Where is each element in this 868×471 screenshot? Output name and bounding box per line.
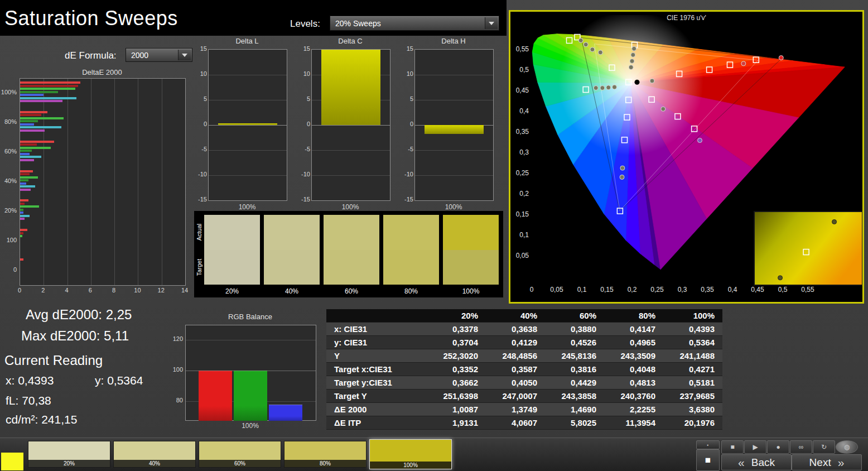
delta_l-chart-panel[interactable]: Delta L151050-5-10-15100% bbox=[198, 37, 290, 215]
svg-text:0,05: 0,05 bbox=[516, 252, 529, 259]
chevron-left-icon: « bbox=[738, 456, 745, 469]
cell-value: 0,3704 bbox=[427, 336, 486, 349]
x-tick-label: 2 bbox=[36, 287, 50, 294]
levels-dropdown[interactable]: 20% Sweeps bbox=[330, 16, 499, 31]
svg-text:0,55: 0,55 bbox=[801, 286, 814, 294]
table-header: 80% bbox=[604, 309, 663, 323]
record-button[interactable]: ● bbox=[767, 440, 789, 454]
cell-value: 20,1976 bbox=[663, 416, 722, 430]
next-button[interactable]: Next » bbox=[792, 454, 862, 470]
current-x: x: 0,4393 bbox=[6, 374, 54, 387]
chart-title: Delta C bbox=[311, 37, 389, 45]
target-swatch bbox=[324, 250, 379, 285]
actual-target-panel: Actual Target 20%40%60%80%100% bbox=[194, 211, 503, 297]
rgb-plot bbox=[185, 325, 316, 421]
sphere-button[interactable]: ◍ bbox=[836, 440, 858, 454]
back-label: Back bbox=[751, 456, 775, 469]
svg-text:0,3: 0,3 bbox=[519, 148, 529, 156]
grid-line bbox=[415, 75, 493, 75]
swatch-cell bbox=[324, 215, 379, 285]
play-button[interactable]: ▶ bbox=[744, 440, 766, 454]
svg-text:0,5: 0,5 bbox=[778, 286, 788, 294]
patch-20%[interactable]: 20% bbox=[28, 441, 110, 468]
stop-button[interactable]: ■ bbox=[721, 440, 744, 454]
row-label: x: CIE31 bbox=[326, 323, 427, 336]
patch-80%[interactable]: 80% bbox=[284, 441, 367, 468]
x-tick-label: 4 bbox=[60, 287, 74, 294]
row-label: ΔE 2000 bbox=[326, 403, 427, 416]
de-formula-label: dE Formula: bbox=[65, 50, 117, 61]
dropdown-arrow-button[interactable] bbox=[178, 50, 191, 60]
swatch-cell bbox=[443, 215, 499, 285]
de-formula-dropdown[interactable]: 2000 bbox=[126, 48, 192, 62]
back-button[interactable]: « Back bbox=[721, 454, 792, 470]
de-bar bbox=[20, 120, 38, 122]
y-tick-label: 15 bbox=[400, 45, 413, 52]
cell-value: 0,5364 bbox=[663, 336, 722, 349]
rgb-balance-panel[interactable]: RGB Balance12010080100% bbox=[167, 313, 318, 432]
current-y: y: 0,5364 bbox=[95, 374, 143, 387]
delta_l-plot bbox=[208, 49, 287, 201]
refresh-button[interactable]: ↻ bbox=[813, 440, 835, 454]
y-tick-label: 15 bbox=[297, 45, 310, 52]
panel-toggle-button[interactable]: ▪ bbox=[696, 440, 720, 449]
cell-value: 0,4050 bbox=[486, 376, 545, 390]
cell-value: 0,3352 bbox=[427, 363, 486, 376]
y-tick-label: -15 bbox=[297, 196, 310, 203]
deltae2000-chart-panel[interactable]: DeltaE 2000100%80%60%40%20%1000024681012… bbox=[0, 67, 194, 297]
actual-row-label: Actual bbox=[195, 215, 204, 249]
y-tick-label: 5 bbox=[194, 95, 207, 102]
avg-de2000: Avg dE2000: 2,25 bbox=[26, 307, 132, 323]
table-header: 60% bbox=[545, 309, 604, 323]
svg-text:0,3: 0,3 bbox=[678, 286, 687, 294]
swatch-cell bbox=[264, 215, 320, 285]
cell-value: 0,3638 bbox=[486, 323, 545, 336]
stop-patches-button[interactable]: ■ bbox=[696, 449, 720, 471]
target-row-label: Target bbox=[195, 250, 204, 285]
cell-value: 0,3880 bbox=[545, 323, 604, 336]
cell-value: 0,3587 bbox=[486, 363, 545, 376]
table-header: 20% bbox=[427, 309, 486, 323]
delta_h-plot bbox=[414, 49, 494, 201]
svg-text:0,1: 0,1 bbox=[519, 231, 529, 239]
cell-value: 243,3509 bbox=[604, 349, 663, 363]
loop-button[interactable]: ∞ bbox=[790, 440, 812, 454]
de-bar bbox=[20, 229, 27, 231]
levels-label: Levels: bbox=[290, 18, 320, 30]
dropdown-arrow-button[interactable] bbox=[485, 17, 498, 29]
chart-title: RGB Balance bbox=[185, 313, 315, 321]
table-header: 40% bbox=[486, 309, 545, 323]
patch-60%[interactable]: 60% bbox=[199, 441, 281, 468]
levels-value: 20% Sweeps bbox=[335, 19, 381, 28]
x-label: 100% bbox=[208, 203, 286, 211]
x-tick-label: 14 bbox=[178, 287, 191, 294]
cie-chart-panel[interactable]: CIE 1976 u'v' 00,050,10,150,20,250,30,35… bbox=[509, 10, 864, 304]
cell-value: 252,3020 bbox=[427, 349, 486, 363]
y-tick-label: 0 bbox=[297, 121, 310, 127]
patch-40%[interactable]: 40% bbox=[113, 441, 196, 468]
de-bar bbox=[20, 179, 28, 181]
cell-value: 4,0607 bbox=[486, 416, 545, 430]
panel-toggle-icon: ▪ bbox=[707, 443, 709, 448]
chart-title: DeltaE 2000 bbox=[20, 68, 185, 76]
delta_c-chart-panel[interactable]: Delta C151050-5-10-15100% bbox=[301, 37, 393, 215]
grid-line bbox=[209, 150, 287, 151]
grid-line bbox=[91, 79, 91, 285]
delta_c-plot bbox=[311, 49, 390, 201]
actual-swatch bbox=[383, 215, 439, 250]
de-bar bbox=[20, 212, 23, 214]
cell-value: 0,4429 bbox=[545, 376, 604, 390]
cell-value: 248,4856 bbox=[486, 349, 545, 363]
delta-bar bbox=[321, 50, 380, 125]
de-bar bbox=[20, 205, 39, 208]
x-tick-label: 0 bbox=[13, 287, 26, 294]
de-bar bbox=[20, 209, 23, 211]
de-bar bbox=[20, 173, 30, 175]
patch-100%[interactable]: 100% bbox=[369, 439, 452, 469]
de-bar bbox=[20, 97, 76, 99]
table-row: ΔE 20001,00871,37491,46902,22553,6380 bbox=[326, 403, 722, 416]
row-label: Target x:CIE31 bbox=[326, 363, 427, 376]
y-tick-label: 40% bbox=[0, 177, 17, 184]
de-bar bbox=[20, 185, 35, 188]
delta_h-chart-panel[interactable]: Delta H151050-5-10-15100% bbox=[404, 37, 496, 215]
